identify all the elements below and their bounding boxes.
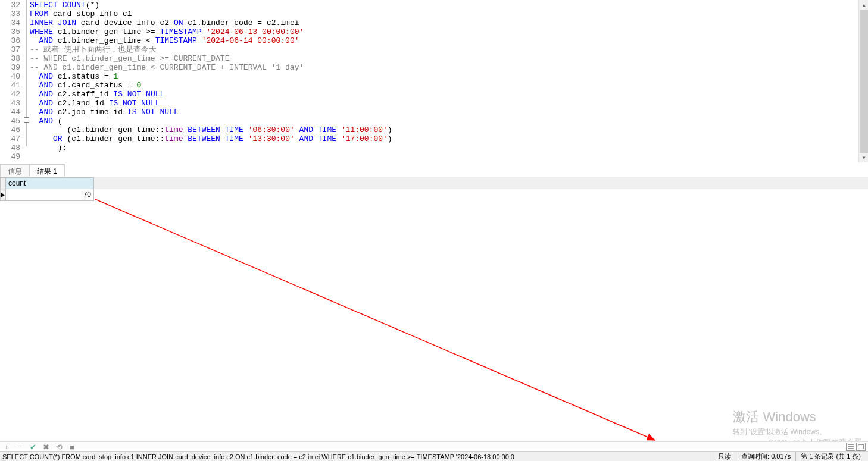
grid-toolbar: + − ✔ ✖ ⟲ ■ bbox=[0, 441, 868, 451]
scroll-down-icon[interactable]: ▾ bbox=[859, 153, 868, 162]
table-row[interactable]: 70 bbox=[0, 189, 868, 201]
delete-row-button[interactable]: − bbox=[15, 443, 24, 451]
column-header-count[interactable]: count bbox=[6, 177, 94, 189]
status-query-time: 查询时间: 0.017s bbox=[736, 452, 795, 461]
status-readonly: 只读 bbox=[713, 452, 736, 461]
sql-editor[interactable]: 323334353637383940414243444546474849 − S… bbox=[0, 0, 858, 162]
cancel-button[interactable]: ✖ bbox=[42, 443, 50, 451]
stop-button[interactable]: ■ bbox=[68, 443, 76, 451]
view-mode-toggle[interactable] bbox=[846, 443, 866, 451]
fold-handle-icon[interactable]: − bbox=[24, 117, 29, 123]
status-bar: SELECT COUNT(*) FROM card_stop_info c1 I… bbox=[0, 451, 868, 461]
cell-count-value[interactable]: 70 bbox=[6, 189, 94, 201]
code-area[interactable]: SELECT COUNT(*)FROM card_stop_info c1INN… bbox=[30, 0, 858, 162]
apply-button[interactable]: ✔ bbox=[29, 443, 37, 451]
line-number-gutter: 323334353637383940414243444546474849 bbox=[0, 0, 24, 162]
add-row-button[interactable]: + bbox=[2, 443, 11, 451]
editor-vertical-scrollbar[interactable]: ▴ ▾ bbox=[858, 0, 868, 162]
fold-gutter: − bbox=[24, 0, 30, 162]
grid-view-icon[interactable] bbox=[846, 443, 855, 451]
result-grid[interactable]: count 70 bbox=[0, 177, 868, 441]
row-indicator-icon bbox=[0, 189, 6, 201]
result-tabs: 信息 结果 1 bbox=[0, 164, 868, 177]
scroll-up-icon[interactable]: ▴ bbox=[859, 0, 868, 10]
status-record-count: 第 1 条记录 (共 1 条) bbox=[795, 452, 866, 461]
tab-result-1[interactable]: 结果 1 bbox=[29, 164, 65, 177]
status-query-text: SELECT COUNT(*) FROM card_stop_info c1 I… bbox=[2, 453, 713, 460]
tab-info[interactable]: 信息 bbox=[0, 164, 30, 177]
scroll-thumb[interactable] bbox=[860, 10, 868, 153]
refresh-button[interactable]: ⟲ bbox=[55, 443, 63, 451]
grid-corner bbox=[0, 177, 6, 189]
form-view-icon[interactable] bbox=[856, 443, 866, 451]
